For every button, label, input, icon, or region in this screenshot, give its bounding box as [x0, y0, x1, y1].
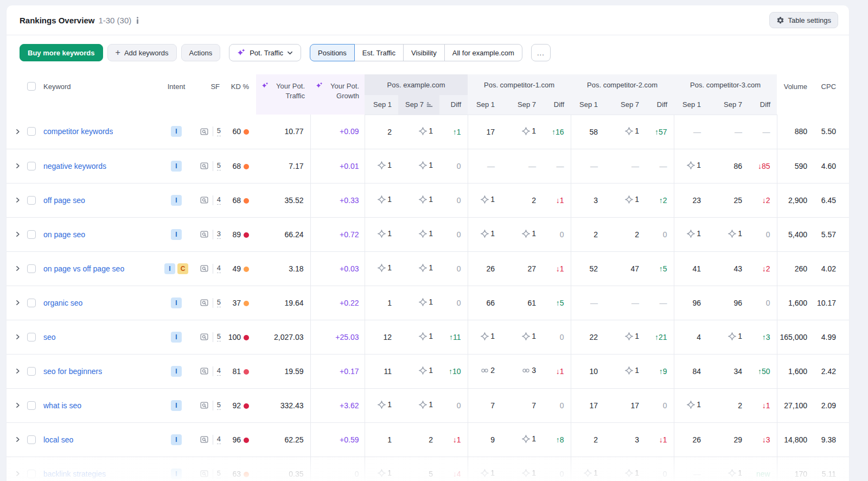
- keyword-link[interactable]: on page vs off page seo: [43, 264, 124, 273]
- select-all-checkbox[interactable]: [27, 82, 36, 91]
- serp-feature-diamond-icon: [378, 401, 386, 409]
- serp-features-icon[interactable]: [200, 298, 209, 307]
- kd-cell: 49: [225, 251, 256, 286]
- expand-row-icon[interactable]: [14, 436, 21, 443]
- sf-value[interactable]: 5: [217, 401, 221, 410]
- expand-row-icon[interactable]: [14, 402, 21, 409]
- sf-value[interactable]: 5: [217, 161, 221, 171]
- metric-dropdown[interactable]: Pot. Traffic: [229, 44, 301, 61]
- sf-value[interactable]: 4: [217, 366, 221, 376]
- actions-button[interactable]: Actions: [181, 44, 221, 61]
- row-checkbox[interactable]: [27, 230, 36, 239]
- sf-value[interactable]: 3: [217, 230, 221, 239]
- row-checkbox[interactable]: [27, 162, 36, 170]
- no-position-dash: —: [693, 128, 701, 136]
- sf-value[interactable]: 5: [217, 469, 221, 479]
- sf-value[interactable]: 5: [217, 126, 221, 136]
- col-cpc[interactable]: CPC: [814, 74, 849, 115]
- expand-row-icon[interactable]: [14, 162, 21, 169]
- sf-value[interactable]: 5: [217, 298, 221, 308]
- col-keyword[interactable]: Keyword: [43, 83, 71, 91]
- diff-cell: ↑3: [749, 320, 777, 354]
- serp-features-icon[interactable]: [200, 230, 209, 239]
- info-icon[interactable]: [137, 17, 138, 24]
- expand-row-icon[interactable]: [14, 231, 21, 238]
- serp-features-icon[interactable]: [200, 332, 209, 341]
- keyword-link[interactable]: what is seo: [43, 401, 81, 410]
- keyword-link[interactable]: negative keywords: [43, 162, 106, 170]
- subcol-sep1[interactable]: Sep 1: [674, 95, 707, 115]
- subcol-sep1[interactable]: Sep 1: [571, 95, 604, 115]
- expand-row-icon[interactable]: [14, 470, 21, 477]
- no-position-dash: —: [590, 162, 598, 170]
- subcol-sep7[interactable]: Sep 7: [707, 95, 749, 115]
- tab-visibility[interactable]: Visibility: [403, 44, 445, 61]
- sf-value[interactable]: 4: [217, 435, 221, 445]
- col-pot-traffic[interactable]: Your Pot. Traffic: [256, 74, 310, 115]
- expand-row-icon[interactable]: [14, 368, 21, 375]
- subcol-sep7[interactable]: Sep 7: [501, 95, 542, 115]
- serp-features-icon[interactable]: [200, 127, 209, 136]
- row-checkbox[interactable]: [27, 333, 36, 341]
- more-tabs-button[interactable]: ...: [531, 44, 551, 61]
- col-volume[interactable]: Volume: [777, 74, 814, 115]
- keyword-link[interactable]: seo for beginners: [43, 367, 102, 376]
- subcol-diff[interactable]: Diff: [749, 95, 777, 115]
- subcol-sep1[interactable]: Sep 1: [468, 95, 501, 115]
- tab-est-traffic[interactable]: Est. Traffic: [354, 44, 404, 61]
- pos-cell: 22: [571, 320, 604, 354]
- col-pot-growth[interactable]: Your Pot. Growth: [310, 74, 365, 115]
- keyword-link[interactable]: organic seo: [43, 299, 82, 307]
- sf-value[interactable]: 4: [217, 195, 221, 205]
- keyword-link[interactable]: seo: [43, 333, 56, 341]
- subcol-diff[interactable]: Diff: [439, 95, 468, 115]
- keyword-link[interactable]: off page seo: [43, 196, 85, 205]
- sf-value[interactable]: 5: [217, 332, 221, 342]
- keyword-link[interactable]: competitor keywords: [43, 127, 113, 136]
- row-checkbox[interactable]: [27, 401, 36, 410]
- row-checkbox[interactable]: [27, 264, 36, 273]
- expand-row-icon[interactable]: [14, 299, 21, 306]
- subcol-sep7-sorted[interactable]: Sep 7: [398, 95, 439, 115]
- tab-all-for-domain[interactable]: All for example.com: [444, 44, 522, 61]
- serp-features-icon[interactable]: [200, 435, 209, 444]
- link-icon: [481, 366, 489, 375]
- expand-row-icon[interactable]: [14, 265, 21, 272]
- keyword-link[interactable]: on page seo: [43, 230, 85, 239]
- serp-features-icon[interactable]: [200, 161, 209, 170]
- subcol-sep7[interactable]: Sep 7: [604, 95, 646, 115]
- expand-row-icon[interactable]: [14, 197, 21, 204]
- row-checkbox[interactable]: [27, 196, 36, 205]
- add-keywords-button[interactable]: + Add keywords: [107, 44, 177, 61]
- row-checkbox[interactable]: [27, 299, 36, 307]
- col-sf[interactable]: SF: [192, 74, 225, 115]
- kd-dot: [244, 198, 249, 204]
- keyword-link[interactable]: backlink strategies: [43, 470, 106, 478]
- subcol-sep1[interactable]: Sep 1: [365, 95, 398, 115]
- subcol-diff[interactable]: Diff: [646, 95, 674, 115]
- pos-cell: 1: [501, 457, 542, 481]
- serp-features-icon[interactable]: [200, 195, 209, 205]
- row-checkbox[interactable]: [27, 367, 36, 376]
- col-intent[interactable]: Intent: [161, 74, 192, 115]
- tab-positions[interactable]: Positions: [310, 44, 355, 61]
- pos-cell: 26: [674, 422, 707, 457]
- col-kd[interactable]: KD %: [225, 74, 256, 115]
- keyword-link[interactable]: local seo: [43, 435, 73, 444]
- serp-features-icon[interactable]: [200, 469, 209, 478]
- serp-features-icon[interactable]: [200, 366, 209, 376]
- serp-features-icon[interactable]: [200, 264, 209, 273]
- serp-features-icon[interactable]: [200, 401, 209, 410]
- row-checkbox[interactable]: [27, 435, 36, 444]
- pos-cell: 1: [468, 457, 501, 481]
- divider: [213, 161, 213, 171]
- subcol-diff[interactable]: Diff: [542, 95, 571, 115]
- pos-cell: 1: [398, 251, 439, 286]
- buy-more-keywords-button[interactable]: Buy more keywords: [20, 44, 103, 61]
- row-checkbox[interactable]: [27, 470, 36, 478]
- sf-value[interactable]: 4: [217, 264, 221, 274]
- row-checkbox[interactable]: [27, 127, 36, 136]
- expand-row-icon[interactable]: [14, 333, 21, 340]
- expand-row-icon[interactable]: [14, 128, 21, 135]
- table-settings-button[interactable]: Table settings: [769, 12, 839, 28]
